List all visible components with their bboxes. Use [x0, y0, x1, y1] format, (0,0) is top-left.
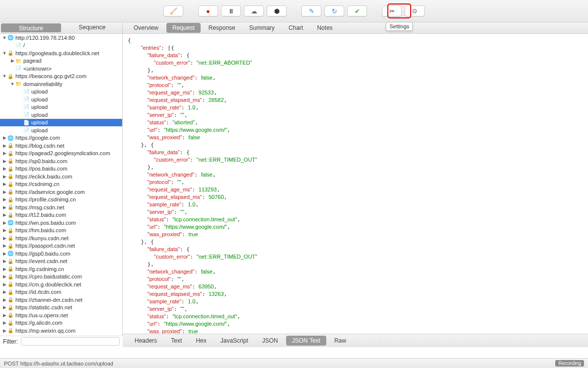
- btab-javascript[interactable]: JavaScript: [215, 336, 254, 346]
- tree-row[interactable]: ▶🔒https://t12.baidu.com: [0, 211, 122, 219]
- btab-text[interactable]: Text: [165, 336, 188, 346]
- tree-row[interactable]: ▶🔒https://id.rlcdn.com: [0, 288, 122, 296]
- tree-label: <unknown>: [23, 66, 52, 72]
- tree-row[interactable]: 📄upload: [0, 119, 122, 127]
- tree-row[interactable]: ▼🔒https://googleads.g.doubleclick.net: [0, 49, 122, 57]
- tree-row[interactable]: ▶🔒https://eclick.baidu.com: [0, 173, 122, 181]
- tab-sequence[interactable]: Sequence: [62, 22, 122, 33]
- lock-icon: 🔒: [7, 242, 14, 249]
- tree-row[interactable]: ▶🔒https://mp.weixin.qq.com: [0, 327, 122, 335]
- tree-row[interactable]: ▶📁pagead: [0, 57, 122, 65]
- tree-row[interactable]: ▶🌐https://gsp0.baidu.com: [0, 250, 122, 258]
- tree-row[interactable]: ▶🔒https://profile.csdnimg.cn: [0, 196, 122, 204]
- tab-row: Structure Sequence Overview Request Resp…: [0, 22, 588, 34]
- pencil-icon[interactable]: ✎: [301, 5, 321, 16]
- tree-label: https://zhannei-dm.csdn.net: [15, 297, 82, 303]
- lock-icon: 🔒: [7, 296, 14, 303]
- statusbar: POST https://h-adashx.ut.taobao.com/uplo…: [0, 358, 588, 368]
- tree-row[interactable]: ▶🌐https://wn.pos.baidu.com: [0, 219, 122, 227]
- tree-row[interactable]: 📄<unknown>: [0, 65, 122, 73]
- lock-icon: 🔒: [7, 181, 14, 187]
- tree-row[interactable]: ▶🔒https://pagead2.googlesyndication.com: [0, 150, 122, 158]
- tree-label: https://wn.pos.baidu.com: [15, 220, 76, 226]
- tree-label: https://pagead2.googlesyndication.com: [15, 150, 110, 156]
- tree-label: pagead: [23, 58, 42, 64]
- tree-row[interactable]: ▶🔒https://cpro.baidustatic.com: [0, 273, 122, 281]
- tree-label: https://profile.csdnimg.cn: [15, 196, 76, 202]
- tree-row[interactable]: 📄upload: [0, 88, 122, 96]
- btab-headers[interactable]: Headers: [129, 336, 163, 346]
- broom-icon[interactable]: 🧹: [163, 5, 183, 16]
- tree-label: https://us-u.openx.net: [15, 312, 68, 318]
- tree-row[interactable]: ▶🔒https://sp0.baidu.com: [0, 157, 122, 165]
- filter-input[interactable]: [21, 337, 120, 346]
- file-icon: 📄: [23, 119, 30, 126]
- tree-row[interactable]: 📄upload: [0, 95, 122, 103]
- tab-summary[interactable]: Summary: [243, 23, 281, 33]
- tree-row[interactable]: ▶🔒https://pos.baidu.com: [0, 165, 122, 173]
- lock-icon: 🔒: [7, 266, 14, 273]
- tree-row[interactable]: ▼📁domainreliability: [0, 80, 122, 88]
- tab-response[interactable]: Response: [203, 23, 241, 33]
- tree-row[interactable]: ▶🔒https://hm.baidu.com: [0, 227, 122, 235]
- tab-chart[interactable]: Chart: [283, 23, 309, 33]
- tree-label: https://cpro.baidustatic.com: [15, 274, 82, 279]
- recording-badge: Recording: [555, 360, 584, 367]
- tree-row[interactable]: ▶🔒https://passport.csdn.net: [0, 242, 122, 250]
- btab-jsontext[interactable]: JSON Text: [286, 336, 326, 346]
- tree-label: upload: [31, 104, 48, 110]
- tree-row[interactable]: ▶🔒https://g.csdnimg.cn: [0, 265, 122, 273]
- tree-row[interactable]: ▼🔒https://beacons.gcp.gvt2.com: [0, 73, 122, 81]
- tree-row[interactable]: ▶🌐https://google.com: [0, 134, 122, 142]
- json-text-view[interactable]: { "entries": [{ "failure_data": { "custo…: [123, 34, 588, 334]
- pause-icon[interactable]: ⏸: [221, 5, 241, 16]
- tree-row[interactable]: ▶🔒https://event.csdn.net: [0, 258, 122, 266]
- tab-request[interactable]: Request: [166, 23, 201, 33]
- tree-row[interactable]: ▶🔒https://statistic.csdn.net: [0, 304, 122, 312]
- tree-row[interactable]: ▶🔒https://us-u.openx.net: [0, 311, 122, 319]
- tools-icon[interactable]: ✂: [382, 5, 402, 16]
- tab-overview[interactable]: Overview: [128, 23, 164, 33]
- folder-icon: 📁: [15, 57, 22, 64]
- tree-row[interactable]: 📄upload: [0, 126, 122, 134]
- tree-row[interactable]: ▶🔒https://blog.csdn.net: [0, 142, 122, 150]
- tree-label: http://120.199.78.214:80: [15, 35, 74, 41]
- file-icon: 📄: [15, 42, 22, 49]
- tab-structure[interactable]: Structure: [1, 23, 61, 32]
- refresh-icon[interactable]: ↻: [324, 5, 344, 16]
- btab-hex[interactable]: Hex: [190, 336, 212, 346]
- tree-row[interactable]: ▼🌐http://120.199.78.214:80: [0, 34, 122, 42]
- gear-icon[interactable]: ⚙: [405, 5, 425, 16]
- tree-label: https://passport.csdn.net: [15, 243, 75, 249]
- tree-row[interactable]: ▶🔒https://g.alicdn.com: [0, 319, 122, 327]
- tree-row[interactable]: 📄/: [0, 42, 122, 50]
- folder-icon: 📁: [15, 81, 22, 88]
- tree-row[interactable]: 📄upload: [0, 103, 122, 111]
- btab-json[interactable]: JSON: [256, 336, 284, 346]
- tree-label: https://g.alicdn.com: [15, 320, 63, 326]
- lock-icon: 🔒: [7, 258, 14, 265]
- tree-row[interactable]: ▶🔒https://kunyu.csdn.net: [0, 234, 122, 242]
- file-icon: 📄: [23, 111, 30, 118]
- check-icon[interactable]: ✔: [347, 5, 367, 16]
- tree-row[interactable]: ▶🔒https://zhannei-dm.csdn.net: [0, 296, 122, 304]
- file-icon: 📄: [23, 103, 30, 110]
- sidebar-tree[interactable]: ▼🌐http://120.199.78.214:80📄/▼🔒https://go…: [0, 34, 123, 347]
- cloud-icon[interactable]: ☁: [244, 5, 264, 16]
- tree-row[interactable]: ▶🔒https://cm.g.doubleclick.net: [0, 280, 122, 288]
- lock-icon: 🔒: [7, 288, 14, 295]
- tree-row[interactable]: ▶🔒https://msg.csdn.net: [0, 203, 122, 211]
- tree-row[interactable]: ▶🔒https://adservice.google.com: [0, 188, 122, 196]
- lock-icon: 🔒: [7, 173, 14, 180]
- tree-row[interactable]: 📄upload: [0, 111, 122, 119]
- lock-icon: 🔒: [7, 327, 14, 334]
- tree-label: https://sp0.baidu.com: [15, 158, 68, 164]
- tree-row[interactable]: ▶🔒https://csdnimg.cn: [0, 181, 122, 188]
- lock-icon: 🔒: [7, 150, 14, 157]
- tree-label: https://g.csdnimg.cn: [15, 266, 64, 272]
- filter-label: Filter:: [3, 338, 18, 345]
- btab-raw[interactable]: Raw: [328, 336, 352, 346]
- record-icon[interactable]: ●: [198, 5, 218, 16]
- hex-icon[interactable]: ⬢: [267, 5, 287, 16]
- tab-notes[interactable]: Notes: [311, 23, 338, 33]
